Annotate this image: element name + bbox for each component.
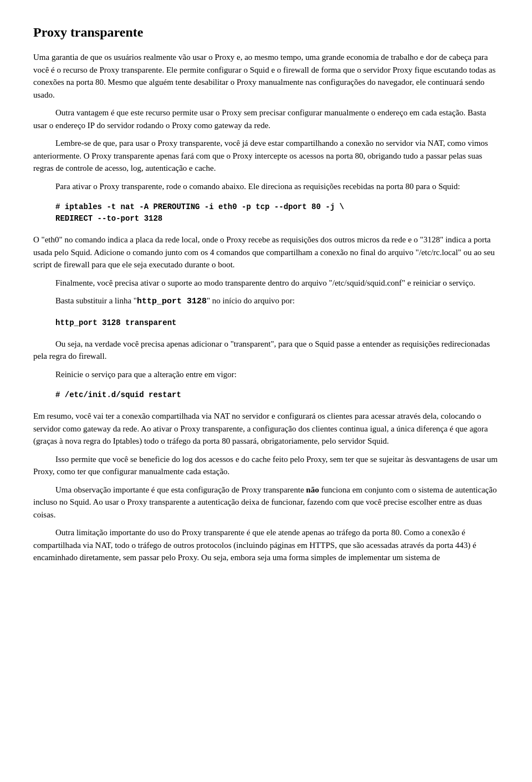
paragraph-3: Lembre-se de que, para usar o Proxy tran… bbox=[33, 137, 499, 175]
paragraph-5: O "eth0" no comando indica a placa da re… bbox=[33, 233, 499, 271]
paragraph-1: Uma garantia de que os usuários realment… bbox=[33, 51, 499, 101]
paragraph-9: Reinicie o serviço para que a alteração … bbox=[33, 368, 499, 381]
code-text-2: http_port 3128 transparent bbox=[55, 318, 176, 327]
bold-nao: não bbox=[306, 485, 319, 494]
paragraph-8: Ou seja, na verdade você precisa apenas … bbox=[33, 338, 499, 363]
paragraph-6: Finalmente, você precisa ativar o suport… bbox=[33, 277, 499, 290]
code-block-2: http_port 3128 transparent bbox=[55, 317, 499, 329]
paragraph-12: Uma observação importante é que esta con… bbox=[33, 484, 499, 521]
code-block-3: # /etc/init.d/squid restart bbox=[55, 389, 499, 401]
paragraph-13: Outra limitação importante do uso do Pro… bbox=[33, 526, 499, 564]
paragraph-2: Outra vantagem é que este recurso permit… bbox=[33, 106, 499, 131]
paragraph-11: Isso permite que você se beneficie do lo… bbox=[33, 453, 499, 478]
code-text-1: # iptables -t nat -A PREROUTING -i eth0 … bbox=[55, 202, 344, 223]
page-title: Proxy transparente bbox=[33, 22, 499, 42]
inline-code-1: http_port 3128 bbox=[137, 297, 207, 306]
paragraph-4: Para ativar o Proxy transparente, rode o… bbox=[33, 180, 499, 193]
paragraph-10: Em resumo, você vai ter a conexão compar… bbox=[33, 410, 499, 448]
code-text-3: # /etc/init.d/squid restart bbox=[55, 390, 181, 399]
code-block-1: # iptables -t nat -A PREROUTING -i eth0 … bbox=[55, 201, 499, 225]
paragraph-7: Basta substituir a linha "http_port 3128… bbox=[33, 294, 499, 308]
